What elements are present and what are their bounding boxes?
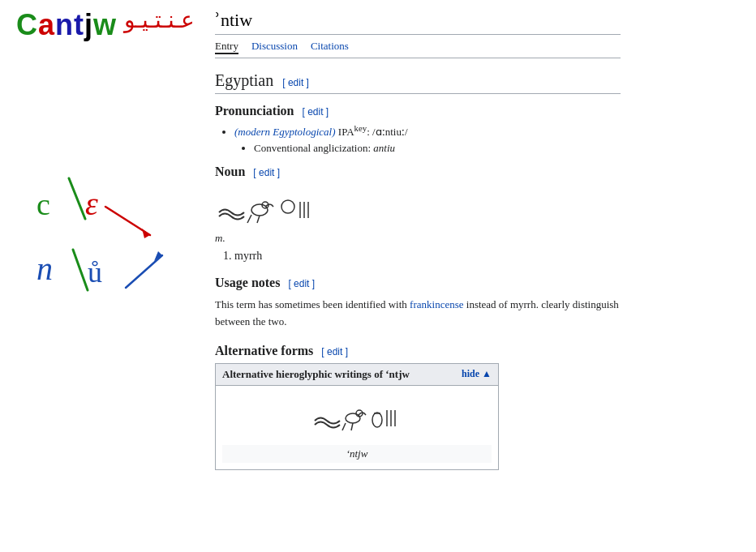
- alt-forms-table: Alternative hieroglyphic writings of ‘nt…: [215, 363, 499, 470]
- noun-edit-link[interactable]: [ edit ]: [253, 167, 280, 178]
- alt-forms-title: Alternative forms [ edit ]: [215, 344, 621, 358]
- left-panel: Cantjw عـنـتـيـو ε c n ů: [0, 0, 199, 552]
- svg-line-20: [351, 423, 353, 430]
- svg-text:c: c: [37, 187, 50, 221]
- frankincense-link[interactable]: frankincense: [410, 298, 463, 310]
- hide-button[interactable]: hide ▲: [462, 368, 492, 380]
- page-wrapper: Cantjw عـنـتـيـو ε c n ů ʾ: [0, 0, 756, 552]
- modern-egyptological-link[interactable]: (modern Egyptological): [234, 126, 336, 138]
- svg-point-22: [372, 413, 382, 427]
- svg-text:ε: ε: [85, 186, 98, 222]
- gender-marker: m.: [215, 232, 621, 245]
- logo-t: t: [74, 8, 84, 41]
- conventional-item: Conventional anglicization: antiu: [254, 142, 621, 155]
- svg-line-12: [257, 216, 260, 223]
- ipa-key-superscript: key: [354, 123, 367, 133]
- svg-point-14: [281, 200, 294, 213]
- svg-point-18: [346, 413, 360, 423]
- main-content: ʾntiw Entry Discussion Citations Egyptia…: [199, 0, 637, 552]
- tabs-bar: Entry Discussion Citations: [215, 40, 621, 58]
- logo-n: n: [55, 8, 74, 41]
- pronunciation-title: Pronunciation [ edit ]: [215, 104, 621, 118]
- tab-citations[interactable]: Citations: [311, 40, 349, 54]
- tab-entry[interactable]: Entry: [215, 40, 238, 54]
- alt-hieroglyph-svg: [312, 392, 402, 433]
- alt-forms-edit-link[interactable]: [ edit ]: [321, 346, 348, 357]
- svg-line-11: [247, 215, 251, 223]
- hieroglyph-svg: [215, 184, 312, 225]
- language-edit-link[interactable]: [ edit ]: [282, 77, 309, 88]
- pronunciation-list: (modern Egyptological) IPAkey: /ɑːntiuː/…: [234, 123, 621, 155]
- noun-title: Noun [ edit ]: [215, 165, 621, 179]
- logo-a: a: [38, 8, 55, 41]
- alt-forms-header: Alternative hieroglyphic writings of ‘nt…: [216, 364, 498, 386]
- cantjw-logo: Cantjw: [16, 8, 117, 42]
- arabic-text: عـنـتـيـو: [124, 6, 195, 33]
- svg-line-0: [69, 178, 85, 219]
- alt-forms-label: ‘ntjw: [222, 445, 492, 463]
- alt-forms-glyphs: [222, 392, 492, 439]
- hieroglyph-display: [215, 184, 621, 230]
- alt-forms-body: ‘ntjw: [216, 386, 498, 469]
- ipa-item: (modern Egyptological) IPAkey: /ɑːntiuː/…: [234, 123, 621, 155]
- conventional-list: Conventional anglicization: antiu: [254, 142, 621, 155]
- usage-notes-text: This term has sometimes been identified …: [215, 297, 621, 331]
- svg-text:ů: ů: [88, 256, 102, 289]
- language-section-title: Egyptian [ edit ]: [215, 71, 621, 94]
- logo-w: w: [93, 8, 117, 41]
- noun-def-1: myrrh: [234, 250, 621, 263]
- pronunciation-edit-link[interactable]: [ edit ]: [303, 106, 329, 118]
- conventional-italic: antiu: [373, 142, 395, 154]
- alt-forms-header-text: Alternative hieroglyphic writings of ‘nt…: [222, 368, 410, 381]
- logo-c: C: [16, 8, 38, 41]
- tab-discussion[interactable]: Discussion: [251, 40, 298, 54]
- svg-line-8: [126, 255, 162, 288]
- noun-definitions: myrrh: [234, 250, 621, 263]
- ipa-value: : /ɑːntiuː/: [367, 126, 407, 138]
- svg-line-19: [342, 423, 346, 430]
- ipa-text: IPA: [338, 126, 354, 138]
- svg-line-6: [73, 250, 88, 290]
- left-drawings-svg: ε c n ů: [0, 162, 199, 357]
- usage-notes-title: Usage notes [ edit ]: [215, 276, 621, 290]
- usage-notes-edit-link[interactable]: [ edit ]: [288, 278, 315, 289]
- entry-title: ʾntiw: [215, 0, 621, 35]
- logo-j: j: [84, 8, 93, 41]
- svg-text:n: n: [37, 250, 53, 287]
